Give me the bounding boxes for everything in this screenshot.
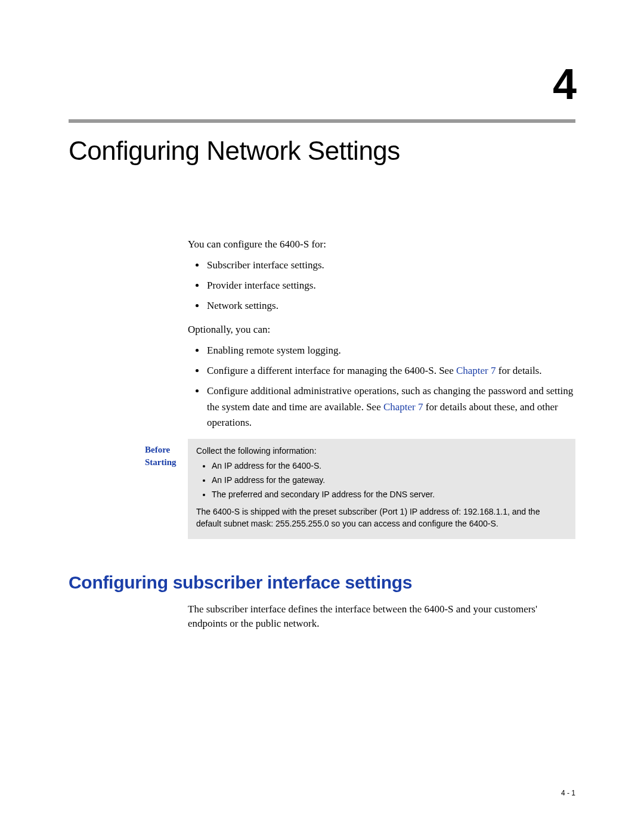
intro-list-2: Enabling remote system logging. Configur… xyxy=(188,343,575,431)
box-lead: Collect the following information: xyxy=(196,445,567,457)
list-item: An IP address for the 6400-S. xyxy=(212,460,567,472)
cross-reference-link[interactable]: Chapter 7 xyxy=(383,401,423,413)
intro-para-2: Optionally, you can: xyxy=(188,323,575,337)
chapter-title: Configuring Network Settings xyxy=(69,136,575,166)
before-starting-box: Collect the following information: An IP… xyxy=(188,439,575,539)
before-starting-block: Before Starting Collect the following in… xyxy=(69,439,575,539)
list-item: Configure a different interface for mana… xyxy=(206,363,575,379)
list-item: Network settings. xyxy=(206,298,575,314)
section-body: The subscriber interface defines the int… xyxy=(188,602,575,631)
list-item: Provider interface settings. xyxy=(206,278,575,293)
intro-para-1: You can configure the 6400-S for: xyxy=(188,237,575,252)
before-starting-label: Before Starting xyxy=(145,439,188,468)
box-trailer: The 6400-S is shipped with the preset su… xyxy=(196,506,567,530)
list-item: Enabling remote system logging. xyxy=(206,343,575,358)
document-page: 4 Configuring Network Settings You can c… xyxy=(0,0,644,833)
list-item: Configure additional administrative oper… xyxy=(206,383,575,431)
list-item: An IP address for the gateway. xyxy=(212,474,567,486)
section-para: The subscriber interface defines the int… xyxy=(188,602,575,631)
list-item: Subscriber interface settings. xyxy=(206,258,575,273)
text-fragment: Configure a different interface for mana… xyxy=(207,365,456,376)
intro-list-1: Subscriber interface settings. Provider … xyxy=(188,258,575,314)
box-list: An IP address for the 6400-S. An IP addr… xyxy=(196,460,567,501)
chapter-rule xyxy=(69,119,575,123)
cross-reference-link[interactable]: Chapter 7 xyxy=(456,365,496,376)
text-fragment: for details. xyxy=(496,365,542,376)
chapter-number: 4 xyxy=(69,60,575,109)
section-title: Configuring subscriber interface setting… xyxy=(69,572,575,593)
list-item: The preferred and secondary IP address f… xyxy=(212,488,567,500)
body-column: You can configure the 6400-S for: Subscr… xyxy=(188,237,575,431)
page-number: 4 - 1 xyxy=(561,789,575,797)
